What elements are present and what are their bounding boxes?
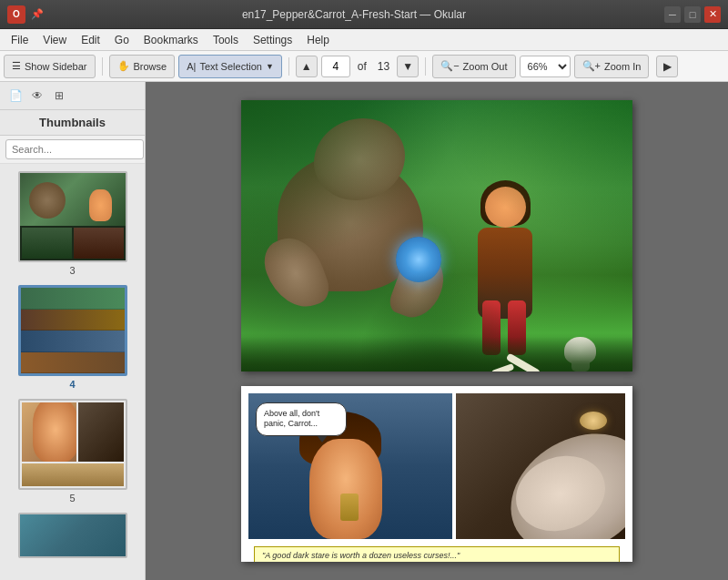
toolbar-separator-3 — [425, 57, 426, 76]
thumbnail-page-5[interactable]: 5 — [7, 399, 137, 504]
maximize-button[interactable]: □ — [684, 6, 701, 23]
sidebar-search-row: ⊽ — [0, 136, 145, 164]
thumbnail-frame-5 — [18, 399, 127, 490]
panel-girl-face — [309, 439, 382, 539]
browse-icon: ✋ — [117, 60, 130, 72]
thumbnail-label-5: 5 — [69, 493, 75, 504]
thumbnail-frame-3 — [18, 171, 127, 262]
zoom-out-button[interactable]: 🔍− Zoom Out — [432, 55, 515, 78]
girl-character — [450, 173, 560, 355]
text-selection-icon: A| — [187, 61, 196, 72]
app-icon: O — [7, 5, 25, 24]
sidebar-search-input[interactable] — [5, 139, 144, 159]
titlebar-title: en17_Pepper&Carrot_A-Fresh-Start — Okula… — [44, 8, 664, 21]
zoom-out-label: Zoom Out — [463, 61, 508, 72]
show-sidebar-label: Show Sidebar — [25, 61, 87, 72]
zoom-in-icon: 🔍+ — [582, 60, 601, 72]
comic-panel-girl: Above all, don't panic, Carrot... — [248, 393, 452, 539]
pdf-page-illustration — [241, 100, 632, 371]
menu-tools[interactable]: Tools — [206, 29, 246, 50]
main-content: 📄 👁 ⊞ Thumbnails ⊽ — [0, 82, 728, 580]
text-selection-button[interactable]: A| Text Selection ▼ — [178, 55, 282, 78]
comic-caption-panel: "A good dark stare is worth a dozen usel… — [248, 543, 625, 562]
ground-element — [241, 337, 632, 371]
sidebar-title: Thumbnails — [0, 110, 145, 136]
browse-label: Browse — [134, 61, 167, 72]
toolbar-separator-1 — [102, 57, 103, 76]
thumbnail-label-4: 4 — [69, 379, 75, 390]
comic-panel-creature — [456, 393, 625, 539]
speech-bubble-text: Above all, don't panic, Carrot... — [264, 409, 319, 429]
sidebar-icon-row: 📄 👁 ⊞ — [5, 86, 69, 106]
pdf-page-comic: Above all, don't panic, Carrot... — [241, 386, 632, 562]
thumbnail-page-6[interactable] — [7, 513, 137, 558]
close-button[interactable]: ✕ — [704, 6, 721, 23]
menu-bookmarks[interactable]: Bookmarks — [136, 29, 206, 50]
panel-creature-closeup — [456, 393, 625, 539]
pdf-viewer[interactable]: Above all, don't panic, Carrot... — [146, 82, 728, 580]
minimize-button[interactable]: ─ — [664, 6, 681, 23]
sidebar-view-page-icon-button[interactable]: 📄 — [5, 86, 25, 106]
menu-view[interactable]: View — [35, 29, 74, 50]
titlebar-left: O 📌 — [7, 5, 44, 24]
panel-girl-scene: Above all, don't panic, Carrot... — [248, 393, 452, 539]
girl-head — [485, 187, 526, 228]
browse-button[interactable]: ✋ Browse — [109, 55, 176, 78]
menu-edit[interactable]: Edit — [74, 29, 107, 50]
thumbnail-list[interactable]: 3 4 — [0, 164, 145, 580]
text-selection-label: Text Selection — [199, 61, 261, 72]
page-of-label: of — [354, 60, 370, 73]
thumbnail-page-3[interactable]: 3 — [7, 171, 137, 276]
illustration-panel — [241, 100, 632, 371]
zoom-in-button[interactable]: 🔍+ Zoom In — [574, 55, 650, 78]
creature-figure — [268, 118, 450, 319]
thumbnail-frame-4 — [18, 285, 127, 376]
toolbar-separator-2 — [288, 57, 289, 76]
page-number-input[interactable] — [321, 56, 350, 77]
menu-settings[interactable]: Settings — [246, 29, 299, 50]
sidebar-view-eye-icon-button[interactable]: 👁 — [27, 86, 47, 106]
page-up-button[interactable]: ▲ — [296, 56, 318, 77]
toolbar: ☰ Show Sidebar ✋ Browse A| Text Selectio… — [0, 51, 728, 82]
thumbnail-content-4 — [21, 288, 125, 373]
caption-text: "A good dark stare is worth a dozen usel… — [262, 551, 460, 560]
menu-file[interactable]: File — [4, 29, 35, 50]
menu-help[interactable]: Help — [299, 29, 337, 50]
page-down-button[interactable]: ▼ — [397, 56, 419, 77]
blue-orb — [396, 237, 441, 282]
zoom-select[interactable]: 66% — [520, 56, 571, 77]
sidebar: 📄 👁 ⊞ Thumbnails ⊽ — [0, 82, 146, 580]
thumbnail-page-4[interactable]: 4 — [7, 285, 137, 390]
comic-top-row: Above all, don't panic, Carrot... — [248, 393, 625, 539]
speech-bubble: Above all, don't panic, Carrot... — [256, 402, 347, 436]
page-total-label: 13 — [374, 60, 393, 73]
panel-hand-object — [340, 494, 359, 521]
sidebar-view-grid-icon-button[interactable]: ⊞ — [49, 86, 69, 106]
caption-box: "A good dark stare is worth a dozen usel… — [254, 546, 620, 562]
more-options-button[interactable]: ▶ — [656, 56, 678, 77]
pin-icon: 📌 — [31, 8, 44, 20]
thumbnail-label-3: 3 — [69, 265, 75, 276]
text-selection-dropdown-icon: ▼ — [266, 62, 274, 71]
titlebar-controls: ─ □ ✕ — [664, 6, 721, 23]
titlebar: O 📌 en17_Pepper&Carrot_A-Fresh-Start — O… — [0, 0, 728, 29]
comic-content: Above all, don't panic, Carrot... — [241, 386, 632, 562]
sidebar-icon: ☰ — [12, 60, 21, 72]
thumbnail-content-6 — [20, 514, 126, 556]
show-sidebar-button[interactable]: ☰ Show Sidebar — [4, 55, 96, 78]
zoom-in-label: Zoom In — [604, 61, 641, 72]
menubar: File View Edit Go Bookmarks Tools Settin… — [0, 29, 728, 51]
thumbnail-frame-6 — [18, 513, 127, 558]
zoom-out-icon: 🔍− — [440, 60, 459, 72]
menu-go[interactable]: Go — [107, 29, 136, 50]
creature-eye — [580, 412, 607, 430]
